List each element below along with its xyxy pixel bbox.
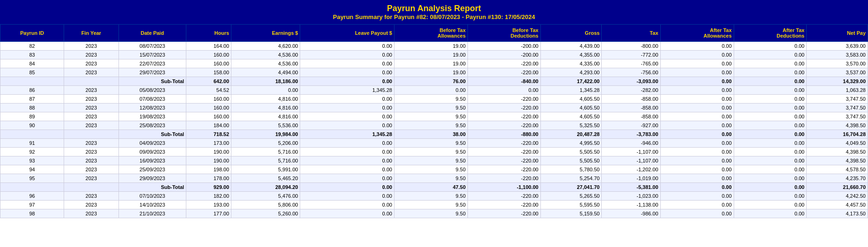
cell-net: 4,235.70 [807, 174, 868, 183]
cell-hours: 160.00 [186, 112, 231, 121]
cell-date-paid: 07/08/2023 [118, 95, 186, 104]
cell-net: 3,747.50 [807, 104, 868, 112]
cell-id: 97 [0, 201, 64, 209]
cell-tax: -986.00 [602, 209, 660, 218]
cell-id: 90 [0, 121, 64, 130]
cell-net: 4,398.50 [807, 156, 868, 165]
cell-at-ded: 0.00 [734, 201, 807, 209]
subtotal-at-allow: 0.00 [660, 77, 734, 86]
table-row: 86 2023 05/08/2023 54.52 0.00 1,345.28 0… [0, 86, 868, 95]
cell-tax: -1,023.00 [602, 192, 660, 201]
cell-earnings: 4,494.00 [231, 68, 300, 77]
cell-hours: 190.00 [186, 148, 231, 156]
cell-tax: -772.00 [602, 51, 660, 59]
cell-at-ded: 0.00 [734, 42, 807, 51]
cell-id: 84 [0, 59, 64, 68]
cell-id: 94 [0, 165, 64, 174]
cell-date-paid: 22/07/2023 [118, 59, 186, 68]
cell-fin-year: 2023 [64, 148, 118, 156]
cell-at-allow: 0.00 [660, 95, 734, 104]
cell-net: 4,457.50 [807, 201, 868, 209]
cell-fin-year: 2023 [64, 104, 118, 112]
cell-gross: 4,335.00 [540, 59, 602, 68]
col-net-pay: Net Pay [807, 25, 868, 42]
cell-earnings: 5,206.00 [231, 139, 300, 148]
cell-date-paid: 19/08/2023 [118, 112, 186, 121]
cell-date-paid: 05/08/2023 [118, 86, 186, 95]
cell-date-paid: 14/10/2023 [118, 201, 186, 209]
cell-bt-allow: 9.50 [394, 201, 467, 209]
cell-leave: 0.00 [300, 59, 395, 68]
cell-bt-ded: -220.00 [468, 174, 541, 183]
cell-fin-year: 2023 [64, 59, 118, 68]
cell-fin-year: 2023 [64, 86, 118, 95]
cell-at-ded: 0.00 [734, 51, 807, 59]
cell-earnings: 5,476.00 [231, 192, 300, 201]
cell-fin-year: 2023 [64, 209, 118, 218]
cell-date-paid: 25/08/2023 [118, 121, 186, 130]
cell-earnings: 4,816.00 [231, 95, 300, 104]
cell-gross: 4,995.50 [540, 139, 602, 148]
col-date-paid: Date Paid [118, 25, 186, 42]
subtotal-label: Sub-Total [118, 183, 186, 192]
subtotal-bt-ded: -1,100.00 [468, 183, 541, 192]
table-row: 90 2023 25/08/2023 184.00 5,536.00 0.00 … [0, 121, 868, 130]
cell-id: 85 [0, 68, 64, 77]
cell-leave: 0.00 [300, 209, 395, 218]
cell-tax: -858.00 [602, 112, 660, 121]
cell-hours: 193.00 [186, 201, 231, 209]
cell-date-paid: 29/09/2023 [118, 174, 186, 183]
cell-leave: 0.00 [300, 156, 395, 165]
col-bt-allow: Before TaxAllowances [394, 25, 467, 42]
subtotal-bt-allow: 38.00 [394, 130, 467, 139]
subtotal-net: 21,660.70 [807, 183, 868, 192]
cell-fin-year: 2023 [64, 121, 118, 130]
cell-at-ded: 0.00 [734, 165, 807, 174]
subtotal-tax: -3,093.00 [602, 77, 660, 86]
cell-leave: 0.00 [300, 51, 395, 59]
subtotal-earnings: 28,094.20 [231, 183, 300, 192]
cell-gross: 4,439.00 [540, 42, 602, 51]
cell-hours: 198.00 [186, 165, 231, 174]
report-title: Payrun Analysis Report [2, 4, 866, 13]
cell-tax: -765.00 [602, 59, 660, 68]
cell-earnings: 5,465.20 [231, 174, 300, 183]
cell-hours: 160.00 [186, 95, 231, 104]
cell-gross: 5,780.50 [540, 165, 602, 174]
table-row: 96 2023 07/10/2023 182.00 5,476.00 0.00 … [0, 192, 868, 201]
subtotal-leave: 0.00 [300, 183, 395, 192]
cell-id: 96 [0, 192, 64, 201]
cell-date-paid: 21/10/2023 [118, 209, 186, 218]
table-row: 84 2023 22/07/2023 160.00 4,536.00 0.00 … [0, 59, 868, 68]
cell-hours: 160.00 [186, 51, 231, 59]
cell-gross: 1,345.28 [540, 86, 602, 95]
cell-hours: 190.00 [186, 156, 231, 165]
cell-net: 3,747.50 [807, 112, 868, 121]
cell-bt-ded: -220.00 [468, 68, 541, 77]
cell-at-allow: 0.00 [660, 165, 734, 174]
cell-date-paid: 16/09/2023 [118, 156, 186, 165]
cell-earnings: 5,716.00 [231, 148, 300, 156]
cell-id: 89 [0, 112, 64, 121]
cell-leave: 0.00 [300, 95, 395, 104]
cell-leave: 0.00 [300, 148, 395, 156]
cell-at-allow: 0.00 [660, 192, 734, 201]
cell-net: 4,049.50 [807, 139, 868, 148]
subtotal-empty-id [0, 77, 64, 86]
cell-leave: 0.00 [300, 104, 395, 112]
cell-at-allow: 0.00 [660, 59, 734, 68]
subtotal-earnings: 19,984.00 [231, 130, 300, 139]
payrun-table: Payrun ID Fin Year Date Paid Hours Earni… [0, 24, 868, 218]
cell-earnings: 4,816.00 [231, 104, 300, 112]
table-row: 83 2023 15/07/2023 160.00 4,536.00 0.00 … [0, 51, 868, 59]
cell-date-paid: 07/10/2023 [118, 192, 186, 201]
report-subtitle: Payrun Summary for Payrun #82: 08/07/202… [2, 13, 866, 20]
cell-gross: 5,159.50 [540, 209, 602, 218]
cell-bt-ded: -220.00 [468, 95, 541, 104]
cell-bt-ded: -220.00 [468, 139, 541, 148]
cell-bt-ded: -220.00 [468, 148, 541, 156]
cell-bt-allow: 19.00 [394, 68, 467, 77]
cell-fin-year: 2023 [64, 139, 118, 148]
cell-gross: 4,605.50 [540, 112, 602, 121]
subtotal-gross: 27,041.70 [540, 183, 602, 192]
